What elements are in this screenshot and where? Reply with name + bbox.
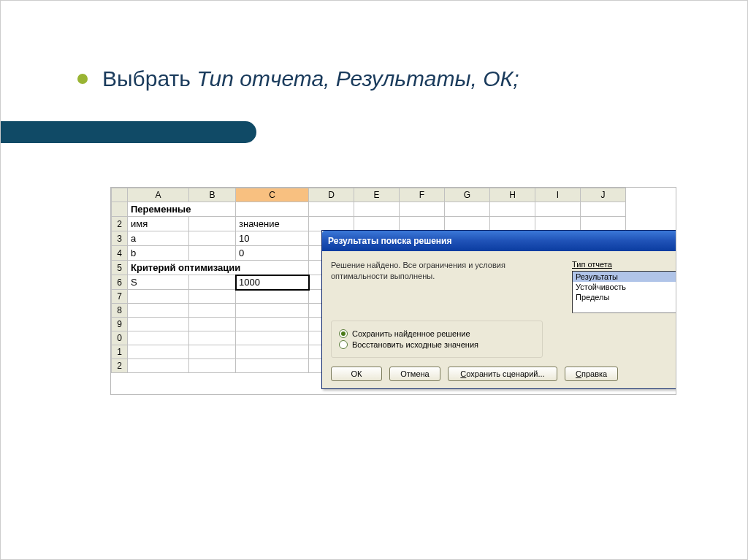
cell[interactable] xyxy=(128,318,189,331)
cell[interactable] xyxy=(445,202,490,217)
row-header[interactable]: 7 xyxy=(112,290,128,304)
cell[interactable] xyxy=(354,202,400,217)
slide-title: Выбрать Тип отчета, Результаты, ОК; xyxy=(102,66,519,91)
cell[interactable]: значение xyxy=(236,217,309,231)
cell[interactable] xyxy=(236,331,309,345)
row-header[interactable]: 4 xyxy=(112,246,128,261)
accent-bar xyxy=(1,121,256,143)
row-header[interactable]: 0 xyxy=(112,331,128,345)
col-header-E[interactable]: E xyxy=(354,188,400,202)
help-button[interactable]: Справка xyxy=(565,367,618,381)
dialog-titlebar[interactable]: Результаты поиска решения ✕ xyxy=(322,231,676,251)
cell[interactable] xyxy=(128,290,189,304)
row-header[interactable]: 5 xyxy=(112,261,128,275)
row-header[interactable]: 3 xyxy=(112,231,128,246)
column-headers-row: A B C D E F G H I J xyxy=(112,188,626,202)
cell[interactable]: Критерий оптимизации xyxy=(128,261,309,275)
cell[interactable] xyxy=(189,275,236,290)
col-header-D[interactable]: D xyxy=(309,188,354,202)
cell[interactable] xyxy=(400,217,445,231)
dialog-message-line2: оптимальности выполнены. xyxy=(331,272,435,280)
cell[interactable] xyxy=(535,217,581,231)
solution-radio-group: Сохранить найденное решение Восстановить… xyxy=(331,321,543,358)
radio-dot-icon xyxy=(341,331,346,336)
col-header-G[interactable]: G xyxy=(445,188,490,202)
cell[interactable] xyxy=(236,318,309,331)
cell[interactable] xyxy=(189,331,236,345)
row-header[interactable]: 2 xyxy=(112,359,128,373)
cell[interactable]: 0 xyxy=(236,246,309,261)
radio-icon xyxy=(339,340,348,349)
row-header[interactable]: 9 xyxy=(112,318,128,331)
cell[interactable] xyxy=(128,345,189,359)
dialog-message: Решение найдено. Все ограничения и услов… xyxy=(331,260,543,313)
col-header-A[interactable]: A xyxy=(128,188,189,202)
ok-button[interactable]: ОК xyxy=(331,367,382,381)
report-option-results[interactable]: Результаты xyxy=(573,272,676,282)
cell[interactable] xyxy=(128,331,189,345)
cell[interactable] xyxy=(490,217,535,231)
cell[interactable] xyxy=(236,304,309,318)
cancel-button[interactable]: Отмена xyxy=(389,367,440,381)
table-row: 2 имя значение xyxy=(112,217,626,231)
cell[interactable] xyxy=(189,290,236,304)
cell[interactable] xyxy=(236,290,309,304)
radio-icon xyxy=(339,329,348,338)
bullet-icon xyxy=(77,74,88,84)
dialog-button-row: ОК Отмена Сохранить сценарий... Справка xyxy=(331,367,676,381)
slide: Выбрать Тип отчета, Результаты, ОК; A B … xyxy=(0,0,748,560)
cell[interactable] xyxy=(236,202,309,217)
cell[interactable]: S xyxy=(128,275,189,290)
cell[interactable]: a xyxy=(128,231,189,246)
cell[interactable] xyxy=(490,202,535,217)
col-header-H[interactable]: H xyxy=(490,188,535,202)
cell[interactable] xyxy=(445,217,490,231)
row-header[interactable]: 2 xyxy=(112,217,128,231)
cell[interactable] xyxy=(309,217,354,231)
cell[interactable]: 10 xyxy=(236,231,309,246)
cell[interactable] xyxy=(236,345,309,359)
col-header-J[interactable]: J xyxy=(581,188,626,202)
cell[interactable] xyxy=(309,202,354,217)
cell[interactable] xyxy=(581,202,626,217)
cell[interactable] xyxy=(189,318,236,331)
report-type-label: Тип отчета xyxy=(572,260,676,269)
cell[interactable] xyxy=(189,345,236,359)
active-cell[interactable]: 1000 xyxy=(236,275,309,290)
col-header-B[interactable]: B xyxy=(189,188,236,202)
col-header-C[interactable]: C xyxy=(236,188,309,202)
cell[interactable] xyxy=(128,359,189,373)
corner-cell[interactable] xyxy=(112,188,128,202)
cell[interactable] xyxy=(189,246,236,261)
cell[interactable] xyxy=(189,217,236,231)
dialog-body: Решение найдено. Все ограничения и услов… xyxy=(322,251,676,388)
save-scenario-button[interactable]: Сохранить сценарий... xyxy=(448,367,557,381)
cell[interactable] xyxy=(189,304,236,318)
radio-keep-solution[interactable]: Сохранить найденное решение xyxy=(339,329,535,338)
col-header-I[interactable]: I xyxy=(535,188,581,202)
row-header[interactable]: 6 xyxy=(112,275,128,290)
row-header[interactable]: 1 xyxy=(112,345,128,359)
cell[interactable] xyxy=(236,359,309,373)
report-type-column: Тип отчета Результаты Устойчивость Преде… xyxy=(572,260,676,313)
cell[interactable]: имя xyxy=(128,217,189,231)
dialog-message-block: Решение найдено. Все ограничения и услов… xyxy=(331,260,676,313)
cell[interactable] xyxy=(189,359,236,373)
cell[interactable] xyxy=(400,202,445,217)
row-header[interactable]: 8 xyxy=(112,304,128,318)
cell[interactable] xyxy=(189,231,236,246)
report-type-listbox[interactable]: Результаты Устойчивость Пределы ▲ xyxy=(572,271,676,313)
cell[interactable] xyxy=(128,304,189,318)
cell[interactable]: Переменные xyxy=(128,202,236,217)
col-header-F[interactable]: F xyxy=(400,188,445,202)
report-option-sensitivity[interactable]: Устойчивость xyxy=(573,282,676,292)
radio-restore-values[interactable]: Восстановить исходные значения xyxy=(339,340,535,349)
dialog-title: Результаты поиска решения xyxy=(328,236,451,246)
row-header[interactable] xyxy=(112,202,128,217)
cell[interactable] xyxy=(581,217,626,231)
cell[interactable] xyxy=(535,202,581,217)
report-option-limits[interactable]: Пределы xyxy=(573,292,676,302)
cell[interactable]: b xyxy=(128,246,189,261)
cell[interactable] xyxy=(354,217,400,231)
radio-keep-label: Сохранить найденное решение xyxy=(352,329,470,338)
